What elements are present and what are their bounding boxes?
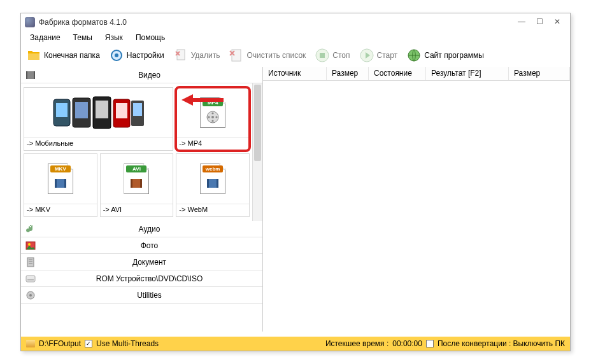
close-button[interactable]: ✕ xyxy=(548,16,566,29)
menu-task[interactable]: Задание xyxy=(24,32,67,43)
clear-label: Очистить список xyxy=(246,51,306,60)
webm-icon: webm xyxy=(176,154,249,204)
svg-rect-12 xyxy=(56,103,68,117)
col-source[interactable]: Источник xyxy=(263,67,327,80)
document-icon xyxy=(25,256,36,268)
website-button[interactable]: Сайт программы xyxy=(404,45,489,66)
svg-rect-16 xyxy=(96,101,108,118)
after-conv-checkbox[interactable] xyxy=(426,340,434,347)
window-title: Фабрика форматов 4.1.0 xyxy=(39,18,513,27)
category-video[interactable]: Видео xyxy=(21,67,262,83)
multithreads-label: Use Multi-Threads xyxy=(96,339,159,348)
category-video-label: Видео xyxy=(40,71,259,80)
svg-rect-18 xyxy=(116,103,127,118)
category-utilities[interactable]: Utilities xyxy=(21,287,262,304)
format-webm[interactable]: webm -> WebM xyxy=(176,153,250,217)
toolbar: Конечная папка Настройки Удалить Очистит… xyxy=(21,44,570,67)
start-button[interactable]: Старт xyxy=(357,45,403,66)
remove-icon xyxy=(172,46,190,64)
format-avi[interactable]: AVI -> AVI xyxy=(100,153,174,217)
format-mkv-label: -> MKV xyxy=(24,204,97,216)
menu-lang[interactable]: Язык xyxy=(99,32,129,43)
menu-help[interactable]: Помощь xyxy=(129,32,171,43)
settings-button[interactable]: Настройки xyxy=(106,45,169,66)
stop-button[interactable]: Стоп xyxy=(312,45,355,66)
format-mkv[interactable]: MKV -> MKV xyxy=(24,153,97,217)
category-audio-label: Аудио xyxy=(40,225,259,234)
svg-rect-32 xyxy=(140,179,142,188)
svg-rect-14 xyxy=(75,102,88,118)
other-categories: Аудио Фото Документ ROM Устройство\DVD\C… xyxy=(21,221,262,332)
multithreads-checkbox[interactable]: ✓ xyxy=(85,340,92,347)
app-icon xyxy=(25,17,35,27)
svg-rect-29 xyxy=(64,179,66,188)
audio-icon xyxy=(25,223,36,235)
output-path[interactable]: D:\FFOutput xyxy=(39,339,81,348)
maximize-button[interactable]: ☐ xyxy=(530,16,548,29)
svg-rect-40 xyxy=(27,279,34,281)
clear-button[interactable]: Очистить список xyxy=(226,45,311,66)
format-mobile[interactable]: -> Мобильные xyxy=(24,87,173,151)
format-webm-label: -> WebM xyxy=(176,204,249,216)
format-mp4-label: -> MP4 xyxy=(176,137,249,150)
main-area: Видео xyxy=(21,67,570,332)
category-photo-label: Фото xyxy=(40,241,259,250)
photo-icon xyxy=(25,240,36,251)
svg-point-37 xyxy=(28,243,31,246)
left-panel: Видео xyxy=(21,67,263,332)
svg-point-23 xyxy=(212,112,214,114)
format-grid: -> Мобильные MP4 -> MP4 xyxy=(21,83,252,221)
stop-label: Стоп xyxy=(332,51,350,60)
format-mobile-label: -> Мобильные xyxy=(24,137,173,150)
svg-rect-31 xyxy=(131,179,132,188)
scrollbar[interactable] xyxy=(252,83,262,221)
elapsed-value: 00:00:00 xyxy=(392,339,422,348)
svg-rect-5 xyxy=(320,53,325,58)
gear-icon xyxy=(108,46,125,64)
category-rom-label: ROM Устройство\DVD\CD\ISO xyxy=(40,274,259,283)
svg-point-42 xyxy=(29,294,32,297)
category-photo[interactable]: Фото xyxy=(21,237,262,254)
category-document-label: Документ xyxy=(40,258,259,267)
col-result[interactable]: Результат [F2] xyxy=(426,67,509,80)
format-mp4[interactable]: MP4 -> MP4 xyxy=(176,87,250,151)
app-window: Фабрика форматов 4.1.0 — ☐ ✕ Задание Тем… xyxy=(20,13,571,351)
play-icon xyxy=(358,46,376,64)
svg-rect-28 xyxy=(55,179,57,188)
menu-themes[interactable]: Темы xyxy=(67,32,99,43)
category-rom[interactable]: ROM Устройство\DVD\CD\ISO xyxy=(21,270,262,287)
stop-icon xyxy=(313,46,331,64)
after-conv-label: После конвертации : Выключить ПК xyxy=(438,339,565,348)
avi-icon: AVI xyxy=(101,154,173,204)
right-panel: Источник Размер Состояние Результат [F2]… xyxy=(263,67,570,332)
category-utilities-label: Utilities xyxy=(40,291,259,300)
mobile-devices-icon xyxy=(24,88,173,137)
video-icon xyxy=(25,69,36,81)
minimize-button[interactable]: — xyxy=(513,16,530,29)
mkv-icon: MKV xyxy=(24,154,97,204)
menubar: Задание Темы Язык Помощь xyxy=(21,31,570,44)
svg-point-25 xyxy=(208,116,210,118)
col-state[interactable]: Состояние xyxy=(369,67,426,80)
col-size2[interactable]: Размер xyxy=(509,67,570,80)
output-folder-label: Конечная папка xyxy=(44,51,100,60)
svg-rect-10 xyxy=(34,71,35,79)
clear-icon xyxy=(227,46,245,64)
svg-rect-35 xyxy=(217,179,218,188)
svg-point-22 xyxy=(211,116,214,118)
svg-rect-38 xyxy=(27,258,34,267)
svg-point-24 xyxy=(212,120,214,122)
svg-rect-8 xyxy=(26,71,35,79)
remove-button[interactable]: Удалить xyxy=(171,45,225,66)
file-list-header: Источник Размер Состояние Результат [F2]… xyxy=(263,67,570,81)
mp4-icon: MP4 xyxy=(176,88,249,137)
svg-point-1 xyxy=(115,53,118,57)
settings-label: Настройки xyxy=(127,51,164,60)
output-folder-button[interactable]: Конечная папка xyxy=(24,45,105,66)
category-audio[interactable]: Аудио xyxy=(21,221,262,237)
status-bar: D:\FFOutput ✓ Use Multi-Threads Истекшее… xyxy=(21,337,570,351)
category-document[interactable]: Документ xyxy=(21,254,262,270)
file-list[interactable] xyxy=(263,81,570,332)
col-size[interactable]: Размер xyxy=(327,67,369,80)
status-folder-icon[interactable] xyxy=(26,340,35,347)
